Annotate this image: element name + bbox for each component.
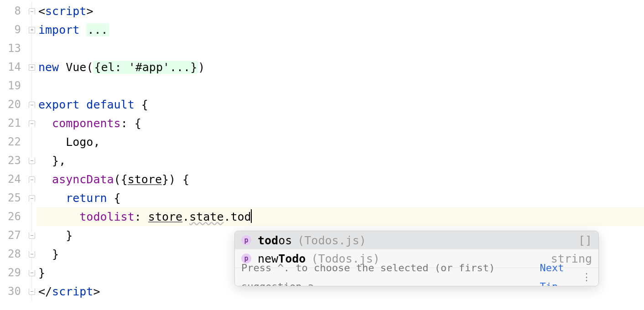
code-token: : { <box>121 117 141 130</box>
line-number: 13 <box>0 39 27 58</box>
completion-hint: Press ^. to choose the selected (or firs… <box>235 268 598 286</box>
completion-popup[interactable]: p todos (Todos.js) [] p newTodo (Todos.j… <box>234 231 599 286</box>
code-token: } <box>38 266 45 279</box>
code-token: : <box>135 210 148 223</box>
fold-toggle-icon[interactable]: − <box>29 102 35 108</box>
code-token: < <box>38 5 45 18</box>
code-token: > <box>86 5 93 18</box>
code-line[interactable]: export default { <box>36 95 644 114</box>
code-token: new <box>38 61 59 74</box>
code-token: . <box>182 210 189 223</box>
code-line[interactable] <box>36 39 644 58</box>
completion-label: todos <box>258 231 292 250</box>
code-token: Logo <box>66 135 93 149</box>
fold-toggle-icon[interactable]: − <box>29 176 35 183</box>
line-number: 14 <box>0 58 27 77</box>
code-token: , <box>93 135 100 149</box>
code-line[interactable] <box>36 77 644 95</box>
code-line[interactable]: asyncData({store}) { <box>36 170 644 189</box>
line-number: 25 <box>0 189 27 207</box>
folded-region[interactable]: ... <box>86 23 109 36</box>
completion-location: (Todos.js) <box>297 231 366 250</box>
code-token: } <box>66 229 73 242</box>
code-token: { <box>141 98 148 111</box>
next-tip-link[interactable]: Next Tip <box>540 258 582 287</box>
fold-toggle-icon[interactable]: − <box>29 120 35 127</box>
fold-end-icon[interactable]: − <box>29 232 35 239</box>
code-token: Vue <box>66 61 86 74</box>
property-icon: p <box>241 235 251 245</box>
code-token: asyncData <box>52 173 114 186</box>
code-token: todolist <box>79 210 134 223</box>
text-caret <box>251 209 252 223</box>
code-line[interactable]: }, <box>36 151 644 170</box>
code-token <box>38 248 52 261</box>
code-line[interactable]: <script> <box>36 2 644 21</box>
fold-toggle-icon[interactable]: − <box>29 195 35 202</box>
line-number: 19 <box>0 77 27 95</box>
line-number: 30 <box>0 282 27 301</box>
code-line[interactable]: components: { <box>36 114 644 133</box>
code-token: default <box>86 98 141 111</box>
completion-hint-text: Press ^. to choose the selected (or firs… <box>241 258 539 287</box>
code-token: { <box>176 173 189 186</box>
line-number: 27 <box>0 226 27 245</box>
code-token: }, <box>52 154 66 167</box>
completion-type: [] <box>578 231 592 250</box>
line-number: 20 <box>0 95 27 114</box>
fold-column: − + + − − − − − − − − − <box>27 0 36 310</box>
fold-end-icon[interactable]: − <box>29 251 35 258</box>
code-line[interactable]: Logo, <box>36 133 644 151</box>
code-token <box>38 154 52 167</box>
completion-item[interactable]: p todos (Todos.js) [] <box>235 231 598 249</box>
line-number: 22 <box>0 133 27 151</box>
code-token: export <box>38 98 86 111</box>
code-token: } <box>52 248 59 261</box>
code-token <box>79 23 86 36</box>
line-number: 9 <box>0 21 27 39</box>
fold-toggle-icon[interactable]: + <box>29 27 35 33</box>
code-token: ( <box>86 61 93 74</box>
code-token: components <box>52 117 121 130</box>
code-token: </ <box>38 285 52 298</box>
code-token: return <box>66 191 107 205</box>
line-number: 24 <box>0 170 27 189</box>
fold-end-icon[interactable]: − <box>29 270 35 276</box>
code-token: }) <box>162 173 176 186</box>
code-token <box>38 229 66 242</box>
line-number: 28 <box>0 245 27 264</box>
code-line[interactable]: return { <box>36 189 644 207</box>
code-line[interactable]: todolist: store.state.tod <box>36 207 644 226</box>
fold-toggle-icon[interactable]: + <box>29 64 35 71</box>
code-token: state <box>189 210 223 223</box>
line-number: 21 <box>0 114 27 133</box>
code-token: ) <box>198 61 205 74</box>
fold-toggle-icon[interactable]: − <box>29 8 35 15</box>
more-options-icon[interactable]: ⋮ <box>582 268 592 286</box>
code-token: import <box>38 23 79 36</box>
code-token <box>59 61 66 74</box>
line-number: 29 <box>0 264 27 282</box>
code-token <box>38 173 52 186</box>
code-token: tod <box>231 210 251 223</box>
code-token: script <box>52 285 93 298</box>
code-token: store <box>128 173 162 186</box>
line-number: 8 <box>0 2 27 21</box>
code-line[interactable]: new Vue({el: '#app'...}) <box>36 58 644 77</box>
fold-end-icon[interactable]: − <box>29 158 35 164</box>
fold-end-icon[interactable]: − <box>29 289 35 295</box>
code-token <box>38 135 66 149</box>
code-token <box>38 210 79 223</box>
code-token: > <box>93 285 100 298</box>
line-number: 26 <box>0 207 27 226</box>
line-number-gutter: 8 9 13 14 19 20 21 22 23 24 25 26 27 28 … <box>0 0 27 310</box>
code-token: { <box>107 191 121 205</box>
line-number: 23 <box>0 151 27 170</box>
code-token: store <box>148 210 182 223</box>
code-token: . <box>223 210 230 223</box>
code-token <box>38 191 66 205</box>
code-line[interactable]: import ... <box>36 21 644 39</box>
code-token: ({ <box>114 173 128 186</box>
code-token: script <box>45 5 86 18</box>
folded-region[interactable]: {el: '#app'...} <box>93 61 198 74</box>
